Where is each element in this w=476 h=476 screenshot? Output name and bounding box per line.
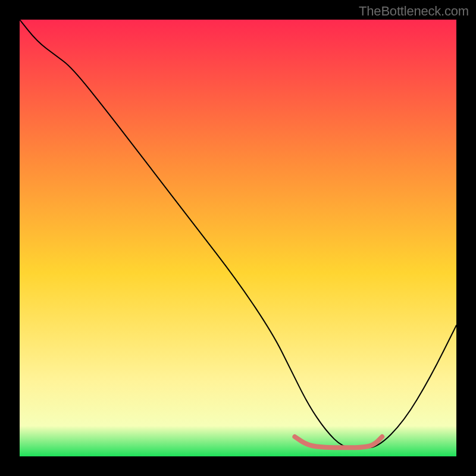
bottleneck-chart	[20, 20, 456, 456]
gradient-background	[20, 20, 456, 456]
plot-area	[20, 20, 456, 456]
chart-container: TheBottleneck.com	[0, 0, 476, 476]
watermark-label: TheBottleneck.com	[359, 4, 469, 19]
